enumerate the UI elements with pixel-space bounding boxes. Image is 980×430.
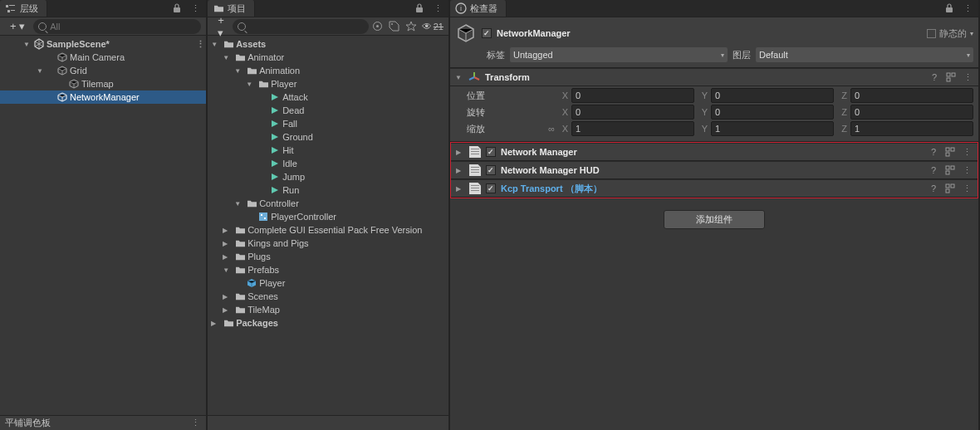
- hidden-count[interactable]: 👁 21: [422, 21, 443, 32]
- svg-rect-22: [946, 7, 953, 12]
- rotation-z-input[interactable]: [850, 105, 973, 120]
- caret-right-icon: ▶: [456, 185, 464, 193]
- folder-kings-pigs[interactable]: ▶ Kings and Pigs: [208, 237, 448, 250]
- static-toggle[interactable]: 静态的 ▾: [927, 27, 973, 40]
- add-component-button[interactable]: 添加组件: [664, 210, 765, 229]
- anim-clip[interactable]: Run: [208, 183, 448, 197]
- folder-packages[interactable]: ▶ Packages: [208, 316, 448, 330]
- hierarchy-item[interactable]: ▼ Grid: [0, 64, 206, 77]
- active-checkbox[interactable]: ✓: [482, 28, 492, 38]
- rotation-label: 旋转: [455, 106, 555, 119]
- component-menu-icon[interactable]: ⋮: [961, 164, 973, 176]
- svg-marker-13: [272, 147, 278, 154]
- folder-tilemap[interactable]: ▶ TileMap: [208, 303, 448, 316]
- preset-icon[interactable]: [944, 183, 956, 194]
- animclip-icon: [269, 158, 281, 169]
- enabled-checkbox[interactable]: ✓: [486, 183, 496, 193]
- inspector-lock-icon[interactable]: [943, 2, 955, 14]
- enabled-checkbox[interactable]: ✓: [486, 147, 496, 157]
- caret-down-icon: ▼: [234, 67, 243, 75]
- prefab-item[interactable]: Player: [208, 276, 448, 290]
- hierarchy-search-input[interactable]: [50, 22, 196, 32]
- folder-controller[interactable]: ▼ Controller: [208, 197, 448, 210]
- component-menu-icon[interactable]: ⋮: [961, 146, 973, 158]
- filter-by-label-icon[interactable]: [389, 21, 400, 32]
- script-icon: [469, 183, 481, 194]
- project-search[interactable]: [233, 19, 369, 34]
- rotation-y-input[interactable]: [711, 105, 834, 120]
- project-search-input[interactable]: [249, 22, 364, 32]
- anim-clip[interactable]: Dead: [208, 104, 448, 117]
- project-lock-icon[interactable]: [414, 2, 425, 14]
- folder-label: Assets: [236, 39, 266, 49]
- position-z-input[interactable]: [850, 88, 973, 103]
- folder-prefabs[interactable]: ▼ Prefabs: [208, 263, 448, 276]
- hierarchy-menu-icon[interactable]: ⋮: [189, 2, 201, 14]
- help-icon[interactable]: ?: [928, 183, 939, 194]
- y-label: Y: [698, 124, 708, 134]
- anim-clip[interactable]: Jump: [208, 170, 448, 183]
- hierarchy-lock-icon[interactable]: [171, 2, 183, 14]
- controller-asset[interactable]: PlayerController: [208, 210, 448, 223]
- preset-icon[interactable]: [945, 71, 957, 83]
- search-icon: [38, 22, 47, 31]
- folder-animator[interactable]: ▼ Animator: [208, 51, 448, 64]
- component-menu-icon[interactable]: ⋮: [962, 71, 973, 83]
- svg-rect-17: [259, 213, 267, 221]
- anim-clip[interactable]: Ground: [208, 130, 448, 144]
- position-x-input[interactable]: [571, 88, 694, 103]
- folder-gui-pack[interactable]: ▶ Complete GUI Essential Pack Free Versi…: [208, 223, 448, 237]
- component-header[interactable]: ▶ ✓ Network Manager HUD ? ⋮: [451, 161, 978, 179]
- position-y-input[interactable]: [711, 88, 834, 103]
- filter-by-type-icon[interactable]: [372, 21, 384, 32]
- folder-assets[interactable]: ▼ Assets: [208, 37, 448, 51]
- enabled-checkbox[interactable]: ✓: [486, 165, 496, 175]
- project-add-button[interactable]: + ▾: [213, 19, 229, 34]
- scale-y-input[interactable]: [711, 121, 834, 136]
- anim-clip[interactable]: Idle: [208, 157, 448, 170]
- clip-label: Jump: [282, 172, 305, 182]
- component-header[interactable]: ▶ ✓ Kcp Transport （脚本） ? ⋮: [451, 179, 978, 198]
- anim-clip[interactable]: Fall: [208, 117, 448, 130]
- project-tab[interactable]: 项目: [208, 0, 255, 17]
- scale-z-input[interactable]: [850, 121, 973, 136]
- hierarchy-footer: 平铺调色板 ⋮: [0, 415, 206, 430]
- save-search-icon[interactable]: [405, 21, 417, 32]
- layer-dropdown[interactable]: Default: [756, 47, 973, 62]
- anim-clip[interactable]: Hit: [208, 144, 448, 157]
- hierarchy-item[interactable]: Tilemap: [0, 77, 206, 90]
- hierarchy-search[interactable]: [33, 19, 201, 34]
- hierarchy-tab[interactable]: 层级: [0, 0, 47, 17]
- help-icon[interactable]: ?: [928, 164, 939, 176]
- scene-menu-button[interactable]: ⋮: [194, 39, 206, 50]
- anim-clip[interactable]: Attack: [208, 90, 448, 104]
- rotation-x-input[interactable]: [571, 105, 694, 120]
- help-icon[interactable]: ?: [929, 71, 940, 83]
- hierarchy-item[interactable]: Main Camera: [0, 51, 206, 64]
- folder-plugs[interactable]: ▶ Plugs: [208, 250, 448, 263]
- tag-dropdown[interactable]: Untagged: [510, 47, 728, 62]
- component-header[interactable]: ▶ ✓ Network Manager ? ⋮: [451, 143, 978, 161]
- scale-x-input[interactable]: [571, 121, 694, 136]
- preset-icon[interactable]: [944, 146, 956, 158]
- folder-player[interactable]: ▼ Player: [208, 77, 448, 90]
- inspector-menu-icon[interactable]: ⋮: [962, 2, 973, 14]
- clip-label: Idle: [282, 159, 297, 169]
- inspector-tab[interactable]: i 检查器: [450, 0, 507, 17]
- preset-icon[interactable]: [944, 164, 956, 176]
- transform-header[interactable]: ▼ Transform ? ⋮: [450, 68, 978, 86]
- hierarchy-scene-row[interactable]: ▼ SampleScene* ⋮: [0, 37, 206, 51]
- svg-point-7: [376, 25, 379, 27]
- gameobject-name[interactable]: NetworkManager: [497, 28, 922, 38]
- folder-animation[interactable]: ▼ Animation: [208, 64, 448, 77]
- folder-icon: [234, 251, 246, 262]
- svg-rect-34: [946, 171, 949, 174]
- footer-menu-icon[interactable]: ⋮: [189, 418, 201, 429]
- component-menu-icon[interactable]: ⋮: [961, 183, 973, 194]
- constrain-scale-icon[interactable]: ∞: [548, 124, 555, 134]
- hierarchy-add-button[interactable]: + ▾: [5, 19, 30, 34]
- project-menu-icon[interactable]: ⋮: [432, 2, 443, 14]
- folder-scenes[interactable]: ▶ Scenes: [208, 290, 448, 303]
- help-icon[interactable]: ?: [928, 146, 939, 158]
- hierarchy-item-selected[interactable]: NetworkManager: [0, 90, 206, 104]
